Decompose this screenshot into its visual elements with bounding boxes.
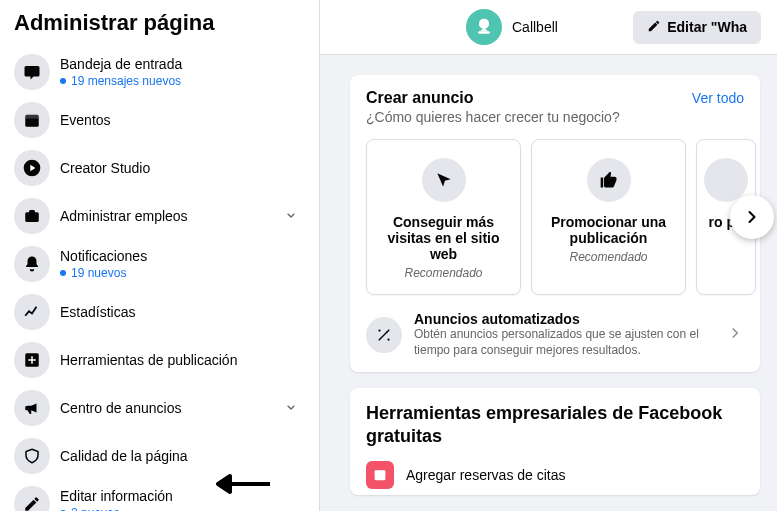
- svg-point-6: [387, 338, 389, 340]
- sidebar-item-label: Notificaciones: [60, 248, 305, 264]
- tool-item-label: Agregar reservas de citas: [406, 467, 566, 483]
- page-avatar[interactable]: [466, 9, 502, 45]
- svg-rect-4: [478, 31, 490, 33]
- magic-wand-icon: [366, 317, 402, 353]
- carousel-next-button[interactable]: [730, 195, 774, 239]
- generic-icon: [704, 158, 748, 202]
- create-ad-subtitle: ¿Cómo quieres hacer crecer tu negocio?: [366, 109, 744, 125]
- ad-option-boost-post[interactable]: Promocionar una publicación Recomendado: [531, 139, 686, 295]
- chevron-down-icon: [283, 207, 299, 226]
- calendar-icon: [14, 102, 50, 138]
- main: Crear anuncio Ver todo ¿Cómo quieres hac…: [320, 55, 777, 511]
- sidebar-item-page-quality[interactable]: Calidad de la página: [0, 432, 319, 480]
- business-tools-title: Herramientas empresariales de Facebook g…: [366, 402, 744, 447]
- cursor-icon: [422, 158, 466, 202]
- shield-icon: [14, 438, 50, 474]
- sidebar-item-jobs[interactable]: Administrar empleos: [0, 192, 319, 240]
- sidebar-item-label: Herramientas de publicación: [60, 352, 305, 368]
- svg-rect-1: [25, 115, 39, 119]
- sidebar-item-creator-studio[interactable]: Creator Studio: [0, 144, 319, 192]
- sidebar-item-label: Creator Studio: [60, 160, 305, 176]
- sidebar-item-label: Administrar empleos: [60, 208, 283, 224]
- unread-dot-icon: [60, 78, 66, 84]
- ad-option-website-visits[interactable]: Conseguir más visitas en el sitio web Re…: [366, 139, 521, 295]
- automated-ads-row[interactable]: Anuncios automatizados Obtén anuncios pe…: [366, 311, 744, 358]
- pencil-icon: [647, 19, 661, 36]
- sidebar-item-label: Bandeja de entrada: [60, 56, 305, 72]
- topbar: Callbell Editar "Wha: [320, 0, 777, 55]
- play-icon: [14, 150, 50, 186]
- megaphone-icon: [14, 390, 50, 426]
- sidebar-item-label: Eventos: [60, 112, 305, 128]
- chevron-down-icon: [283, 399, 299, 418]
- tool-item-appointments[interactable]: Agregar reservas de citas: [366, 461, 744, 489]
- unread-dot-icon: [60, 270, 66, 276]
- bell-icon: [14, 246, 50, 282]
- ad-option-sub: Recomendado: [404, 266, 482, 280]
- edit-button[interactable]: Editar "Wha: [633, 11, 761, 44]
- sidebar-item-edit-info[interactable]: Editar información 2 nuevos: [0, 480, 319, 511]
- sidebar-item-label: Centro de anuncios: [60, 400, 283, 416]
- svg-rect-9: [375, 471, 386, 474]
- sidebar-item-label: Calidad de la página: [60, 448, 305, 464]
- booking-icon: [366, 461, 394, 489]
- inbox-icon: [14, 54, 50, 90]
- page-name[interactable]: Callbell: [512, 19, 558, 35]
- create-ad-card: Crear anuncio Ver todo ¿Cómo quieres hac…: [350, 75, 760, 372]
- thumbs-up-icon: [587, 158, 631, 202]
- post-icon: [14, 342, 50, 378]
- sidebar-item-insights[interactable]: Estadísticas: [0, 288, 319, 336]
- auto-ads-title: Anuncios automatizados: [414, 311, 714, 327]
- sidebar-item-label: Estadísticas: [60, 304, 305, 320]
- create-ad-title: Crear anuncio: [366, 89, 474, 107]
- briefcase-icon: [14, 198, 50, 234]
- see-all-link[interactable]: Ver todo: [692, 90, 744, 106]
- ad-options-row: Conseguir más visitas en el sitio web Re…: [366, 139, 744, 295]
- sidebar-title: Administrar página: [0, 0, 319, 48]
- svg-point-7: [386, 331, 388, 333]
- sidebar-item-events[interactable]: Eventos: [0, 96, 319, 144]
- sidebar-item-publishing-tools[interactable]: Herramientas de publicación: [0, 336, 319, 384]
- sidebar-item-notifications[interactable]: Notificaciones 19 nuevos: [0, 240, 319, 288]
- pencil-icon: [14, 486, 50, 511]
- ad-option-title: Promocionar una publicación: [542, 214, 675, 246]
- sidebar-item-inbox[interactable]: Bandeja de entrada 19 mensajes nuevos: [0, 48, 319, 96]
- ad-option-sub: Recomendado: [569, 250, 647, 264]
- sidebar-item-ad-center[interactable]: Centro de anuncios: [0, 384, 319, 432]
- chevron-right-icon: [742, 207, 762, 227]
- chevron-right-icon: [726, 324, 744, 346]
- svg-point-5: [378, 329, 380, 331]
- sidebar: Administrar página Bandeja de entrada 19…: [0, 0, 320, 511]
- business-tools-card: Herramientas empresariales de Facebook g…: [350, 388, 760, 495]
- ad-option-title: Conseguir más visitas en el sitio web: [377, 214, 510, 262]
- sidebar-item-label: Editar información: [60, 488, 305, 504]
- auto-ads-description: Obtén anuncios personalizados que se aju…: [414, 327, 714, 358]
- stats-icon: [14, 294, 50, 330]
